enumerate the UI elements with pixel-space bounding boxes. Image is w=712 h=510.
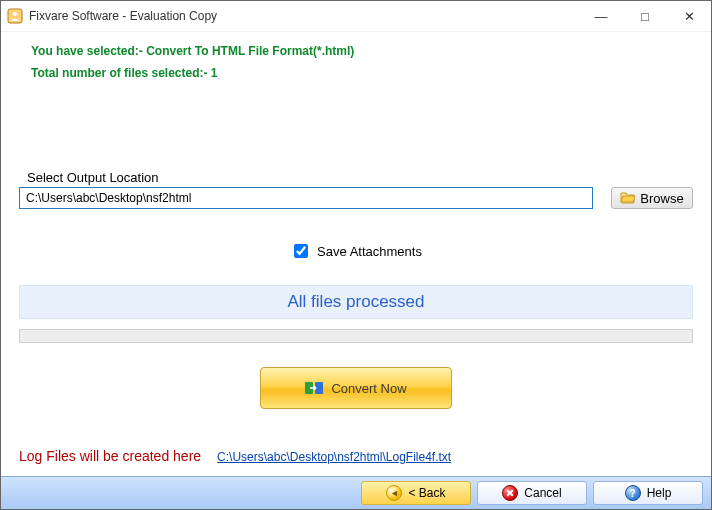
log-label: Log Files will be created here (19, 448, 201, 464)
maximize-button[interactable]: □ (623, 1, 667, 31)
cancel-label: Cancel (524, 486, 561, 500)
save-attachments-row: Save Attachments (19, 241, 693, 261)
back-label: < Back (408, 486, 445, 500)
selection-info: You have selected:- Convert To HTML File… (31, 44, 693, 58)
status-message: All files processed (19, 285, 693, 319)
save-attachments-checkbox[interactable] (294, 244, 308, 258)
help-label: Help (647, 486, 672, 500)
output-path-input[interactable] (19, 187, 593, 209)
browse-label: Browse (640, 191, 683, 206)
svg-point-1 (13, 12, 17, 16)
convert-row: Convert Now (19, 367, 693, 409)
cancel-icon (502, 485, 518, 501)
convert-now-button[interactable]: Convert Now (260, 367, 452, 409)
app-icon (7, 8, 23, 24)
convert-label: Convert Now (331, 381, 406, 396)
titlebar: Fixvare Software - Evaluation Copy — □ ✕ (1, 1, 711, 32)
cancel-button[interactable]: Cancel (477, 481, 587, 505)
app-window: Fixvare Software - Evaluation Copy — □ ✕… (0, 0, 712, 510)
close-button[interactable]: ✕ (667, 1, 711, 31)
output-location-label: Select Output Location (27, 170, 693, 185)
convert-arrows-icon (305, 379, 323, 397)
main-content: You have selected:- Convert To HTML File… (1, 32, 711, 476)
window-title: Fixvare Software - Evaluation Copy (29, 9, 217, 23)
minimize-button[interactable]: — (579, 1, 623, 31)
help-icon: ? (625, 485, 641, 501)
log-file-link[interactable]: C:\Users\abc\Desktop\nsf2html\LogFile4f.… (217, 450, 451, 464)
browse-button[interactable]: Browse (611, 187, 693, 209)
file-count-info: Total number of files selected:- 1 (31, 66, 693, 80)
log-row: Log Files will be created here C:\Users\… (19, 448, 451, 464)
save-attachments-label: Save Attachments (317, 244, 422, 259)
svg-rect-3 (315, 382, 323, 394)
folder-open-icon (620, 190, 636, 207)
footer: ◄ < Back Cancel ? Help (1, 476, 711, 509)
progress-bar (19, 329, 693, 343)
back-button[interactable]: ◄ < Back (361, 481, 471, 505)
help-button[interactable]: ? Help (593, 481, 703, 505)
output-row: Browse (19, 187, 693, 209)
back-arrow-icon: ◄ (386, 485, 402, 501)
